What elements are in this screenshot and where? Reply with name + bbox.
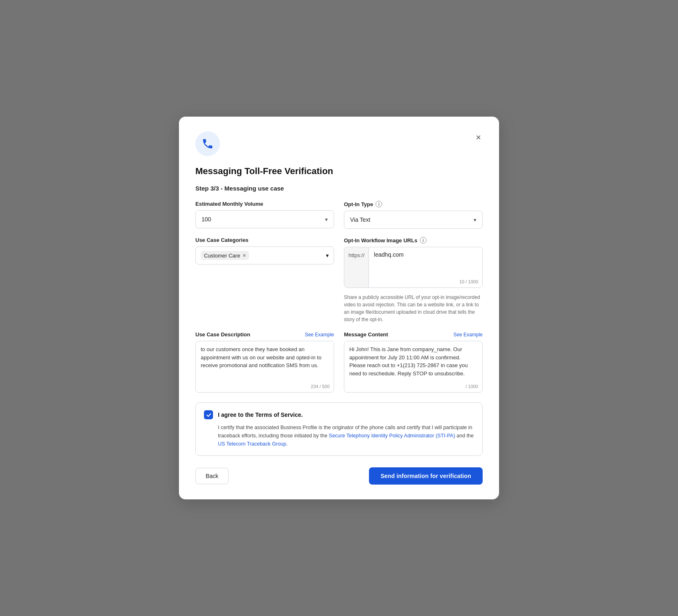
message-content-label-row: Message Content See Example xyxy=(344,331,483,338)
tos-desc-suffix: . xyxy=(286,441,288,447)
check-icon xyxy=(206,412,211,418)
use-case-description-see-example[interactable]: See Example xyxy=(305,332,334,338)
opt-in-type-info-icon: i xyxy=(376,201,382,207)
modal-backdrop: × Messaging Toll-Free Verification Step … xyxy=(0,0,678,616)
message-content-wrap: / 1000 xyxy=(344,341,483,393)
phone-icon-wrap xyxy=(195,131,220,156)
customer-care-tag-label: Customer Care xyxy=(204,253,240,259)
opt-in-workflow-label: Opt-In Workflow Image URLs i xyxy=(344,237,483,244)
use-case-description-input[interactable] xyxy=(196,341,334,391)
message-content-group: Message Content See Example / 1000 xyxy=(344,331,483,393)
traceback-group-link[interactable]: US Telecom Traceback Group xyxy=(218,441,286,447)
textarea-section: Use Case Description See Example 234 / 5… xyxy=(195,331,483,393)
tos-desc-mid: and the xyxy=(455,433,474,439)
opt-in-workflow-url-field: https:// 10 / 1000 xyxy=(344,247,483,288)
customer-care-tag-remove[interactable]: × xyxy=(243,252,246,259)
estimated-volume-value: 100 xyxy=(202,216,211,223)
tos-main-label: I agree to the Terms of Service. xyxy=(218,411,303,418)
estimated-volume-select[interactable]: 100 ▾ xyxy=(195,210,334,228)
close-button[interactable]: × xyxy=(474,131,483,144)
footer-row: Back Send information for verification xyxy=(195,467,483,485)
url-prefix: https:// xyxy=(344,247,369,287)
customer-care-tag: Customer Care × xyxy=(201,251,249,260)
message-content-counter: / 1000 xyxy=(465,384,478,389)
opt-in-type-chevron: ▾ xyxy=(474,217,476,223)
opt-in-workflow-info-icon: i xyxy=(420,237,426,244)
opt-in-type-group: Opt-In Type i Via Text ▾ xyxy=(344,201,483,229)
opt-in-type-label: Opt-In Type i xyxy=(344,201,483,207)
estimated-volume-chevron: ▾ xyxy=(325,216,328,223)
tos-checkbox[interactable] xyxy=(204,410,213,419)
form-grid-top: Estimated Monthly Volume 100 ▾ Opt-In Ty… xyxy=(195,201,483,323)
tos-section: I agree to the Terms of Service. I certi… xyxy=(195,402,483,456)
estimated-volume-label: Estimated Monthly Volume xyxy=(195,201,334,207)
use-case-description-group: Use Case Description See Example 234 / 5… xyxy=(195,331,334,393)
phone-icon xyxy=(202,138,214,150)
opt-in-workflow-counter: 10 / 1000 xyxy=(459,279,478,284)
use-case-description-wrap: 234 / 500 xyxy=(195,341,334,393)
tos-main-row: I agree to the Terms of Service. xyxy=(204,410,474,419)
opt-in-workflow-hint: Share a publicly accessible URL of your … xyxy=(344,294,483,323)
use-case-categories-label: Use Case Categories xyxy=(195,237,334,243)
use-case-categories-field[interactable]: Customer Care × ▾ xyxy=(195,246,334,264)
message-content-label: Message Content xyxy=(344,331,388,338)
use-case-description-label: Use Case Description xyxy=(195,331,250,338)
use-case-categories-group: Use Case Categories Customer Care × ▾ xyxy=(195,237,334,323)
send-button[interactable]: Send information for verification xyxy=(369,467,483,485)
message-content-see-example[interactable]: See Example xyxy=(454,332,483,338)
step-label: Step 3/3 - Messaging use case xyxy=(195,185,483,192)
opt-in-type-value: Via Text xyxy=(350,216,370,223)
sti-pa-link[interactable]: Secure Telephony Identity Policy Adminis… xyxy=(329,433,455,439)
use-case-description-label-row: Use Case Description See Example xyxy=(195,331,334,338)
modal-header: × xyxy=(195,131,483,156)
use-case-description-counter: 234 / 500 xyxy=(311,384,330,389)
modal-dialog: × Messaging Toll-Free Verification Step … xyxy=(179,117,499,499)
estimated-volume-group: Estimated Monthly Volume 100 ▾ xyxy=(195,201,334,229)
use-case-categories-chevron: ▾ xyxy=(326,252,329,259)
opt-in-type-select[interactable]: Via Text ▾ xyxy=(344,211,483,229)
back-button[interactable]: Back xyxy=(195,468,229,484)
opt-in-workflow-group: Opt-In Workflow Image URLs i https:// 10… xyxy=(344,237,483,323)
tos-description: I certify that the associated Business P… xyxy=(204,423,474,448)
message-content-input[interactable] xyxy=(344,341,482,391)
modal-title: Messaging Toll-Free Verification xyxy=(195,166,483,177)
